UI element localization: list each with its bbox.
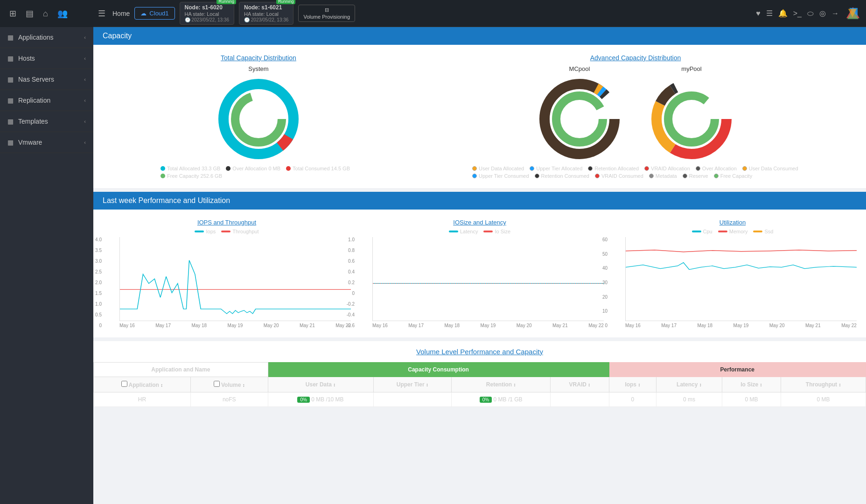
terminal-icon[interactable]: >_ — [793, 9, 802, 18]
circle-icon[interactable]: ◎ — [819, 9, 826, 18]
col-group-capacity: Capacity Consumption — [268, 363, 609, 377]
node2-date: 🕐 2023/05/22, 13:36 — [244, 17, 288, 22]
logout-icon[interactable]: → — [831, 9, 839, 18]
svg-point-13 — [562, 101, 597, 137]
col-latency[interactable]: Latency ↕ — [656, 377, 722, 392]
col-throughput[interactable]: Throughput ↕ — [781, 377, 866, 392]
perf-charts: IOPS and Throughput Iops Throughput 4.03… — [103, 219, 857, 328]
health-icon[interactable]: ♥ — [756, 9, 761, 18]
node2-ha-state: HA state: Local — [244, 11, 288, 17]
svg-point-7 — [241, 101, 276, 137]
grid-icon[interactable]: ⊞ — [9, 8, 16, 19]
iops-chart-area — [119, 237, 351, 321]
util-y-labels: 6050403020100 — [594, 237, 608, 328]
iops-legend: Iops Throughput — [195, 229, 258, 234]
hamburger-icon[interactable]: ☰ — [98, 8, 105, 19]
list-icon[interactable]: ☰ — [766, 9, 773, 18]
col-iops[interactable]: Iops ↕ — [609, 377, 656, 392]
performance-title: Last week Performance and Utilization — [103, 196, 230, 204]
volume-table-section: Volume Level Performance and Capacity Ap… — [93, 341, 866, 407]
cell-user-data: 0% 0 MB /10 MB — [268, 392, 373, 407]
performance-header: Last week Performance and Utilization — [93, 192, 866, 210]
sidebar-item-applications[interactable]: ▦ Applications ‹ — [0, 27, 93, 48]
col-upper-tier[interactable]: Upper Tier ↕ — [373, 377, 452, 392]
col-io-size[interactable]: Io Size ↕ — [722, 377, 781, 392]
util-chart-outer: 6050403020100 May 16May 17May 18May — [608, 237, 857, 328]
node1-status: Running — [216, 0, 236, 4]
capacity-header: Capacity — [93, 27, 866, 45]
shield-icon[interactable]: ⬭ — [807, 9, 814, 18]
col-application: Application ↕ — [94, 377, 191, 392]
capacity-charts-container: Total Capacity Distribution System — [93, 45, 866, 188]
node1-ha-state: HA state: Local — [185, 11, 229, 17]
advanced-capacity-chart: Advanced Capacity Distribution MCpool — [472, 54, 799, 179]
monitor-icon[interactable]: ▤ — [26, 8, 34, 19]
col-group-app-name: Application and Name — [94, 363, 268, 377]
sidebar-label-applications: Applications — [18, 34, 54, 41]
volume-provisioning-button[interactable]: ⊟ Volume Provisioning — [298, 5, 355, 22]
sidebar: ▦ Applications ‹ ▦ Hosts ‹ ▦ Nas Servers… — [0, 0, 93, 504]
sidebar-item-hosts[interactable]: ▦ Hosts ‹ — [0, 48, 93, 69]
mcpool-subtitle: MCpool — [569, 65, 590, 72]
topbar: ☰ Home ☁ Cloud1 Running Node: s1-6020 HA… — [93, 0, 866, 27]
advanced-capacity-title[interactable]: Advanced Capacity Distribution — [590, 54, 681, 62]
capacity-charts: Total Capacity Distribution System — [103, 54, 857, 179]
vmware-icon: ▦ — [7, 139, 14, 146]
sidebar-item-replication[interactable]: ▦ Replication ‹ — [0, 90, 93, 111]
col-retention[interactable]: Retention ↕ — [452, 377, 551, 392]
volume-checkbox[interactable] — [214, 381, 220, 387]
iosize-y-labels: 1.00.80.60.40.20-0.2-0.4-0.6 — [341, 237, 355, 328]
col-group-performance: Performance — [609, 363, 866, 377]
total-capacity-subtitle: System — [248, 65, 268, 72]
main-content: Capacity Total Capacity Distribution Sys… — [93, 27, 866, 504]
iops-x-labels: May 16May 17May 18May 19May 20May 21May … — [119, 321, 351, 328]
col-vraid[interactable]: VRAID ↕ — [551, 377, 609, 392]
svg-point-19 — [674, 101, 709, 137]
sidebar-item-nas-servers[interactable]: ▦ Nas Servers ‹ — [0, 69, 93, 90]
col-user-data[interactable]: User Data ↕ — [268, 377, 373, 392]
capacity-section: Capacity Total Capacity Distribution Sys… — [93, 27, 866, 188]
volume-table: Application and Name Capacity Consumptio… — [93, 362, 866, 407]
application-checkbox[interactable] — [121, 381, 127, 387]
node2-name: Node: s1-6021 — [244, 4, 288, 11]
utilization-title[interactable]: Utilization — [719, 219, 746, 226]
home-link[interactable]: Home — [112, 10, 130, 17]
cell-iops: 0 — [609, 392, 656, 407]
bell-icon[interactable]: 🔔 — [778, 9, 788, 18]
cloud-button[interactable]: ☁ Cloud1 — [134, 7, 175, 20]
cell-throughput: 0 MB — [781, 392, 866, 407]
iosize-chart-outer: 1.00.80.60.40.20-0.2-0.4-0.6 May 16M — [356, 237, 604, 328]
cell-application: HR — [94, 392, 191, 407]
table-row: HR noFS 0% 0 MB /10 MB 0% 0 MB /1 GB 0 0… — [94, 392, 866, 407]
vol-prov-label: Volume Provisioning — [303, 14, 350, 20]
total-capacity-legend: Total Allocated 33.3 GB Over Allocation … — [161, 166, 356, 179]
vol-prov-icon: ⊟ — [325, 7, 329, 13]
sidebar-label-templates: Templates — [18, 118, 48, 125]
utilization-chart: Utilization Cpu Memory Ssd 6050403020100 — [608, 219, 857, 328]
mypool-donut — [650, 77, 733, 161]
sidebar-item-templates[interactable]: ▦ Templates ‹ — [0, 111, 93, 132]
templates-icon: ▦ — [7, 118, 14, 125]
users-icon[interactable]: 👥 — [57, 8, 68, 19]
mypool-subtitle: myPool — [681, 65, 701, 72]
replication-icon: ▦ — [7, 97, 14, 104]
sidebar-label-nas-servers: Nas Servers — [18, 76, 54, 83]
iosize-chart-area — [372, 237, 604, 321]
iosize-legend: Latency Io Size — [449, 229, 510, 234]
chevron-icon-hosts: ‹ — [84, 56, 86, 61]
utilization-legend: Cpu Memory Ssd — [692, 229, 774, 234]
sidebar-item-vmware[interactable]: ▦ Vmware ‹ — [0, 132, 93, 153]
capacity-title: Capacity — [103, 32, 132, 40]
topbar-icons: ♥ ☰ 🔔 >_ ⬭ ◎ → — [756, 5, 861, 22]
util-x-labels: May 16May 17May 18May 19May 20May 21May … — [625, 321, 857, 328]
volume-table-title[interactable]: Volume Level Performance and Capacity — [93, 341, 866, 362]
total-capacity-title[interactable]: Total Capacity Distribution — [221, 54, 296, 62]
cell-volume: noFS — [190, 392, 268, 407]
iosize-title[interactable]: IOSize and Latency — [453, 219, 506, 226]
hosts-icon: ▦ — [7, 55, 14, 62]
advanced-legend: User Data Allocated Upper Tier Allocated… — [472, 166, 799, 179]
applications-icon: ▦ — [7, 34, 14, 41]
iops-title[interactable]: IOPS and Throughput — [197, 219, 256, 226]
cloud-label: Cloud1 — [149, 10, 168, 17]
home-icon[interactable]: ⌂ — [43, 9, 48, 19]
